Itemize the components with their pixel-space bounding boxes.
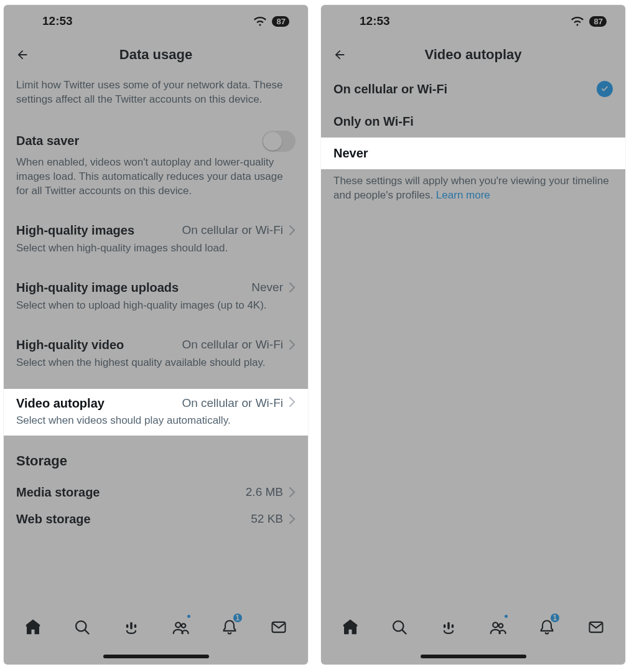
option-wifi-only[interactable]: Only on Wi-Fi	[321, 106, 625, 138]
data-saver-desc: When enabled, videos won't autoplay and …	[16, 156, 296, 198]
tab-communities[interactable]	[484, 614, 511, 641]
tab-home[interactable]	[337, 614, 364, 641]
chevron-right-icon	[289, 340, 296, 350]
status-time: 12:53	[360, 14, 390, 28]
hq-images-value: On cellular or Wi-Fi	[182, 223, 283, 237]
home-indicator	[103, 655, 209, 658]
back-button[interactable]	[14, 46, 31, 63]
chevron-right-icon	[289, 225, 296, 235]
nav-header: Data usage	[4, 37, 308, 72]
hq-images-label: High-quality images	[16, 223, 134, 238]
row-hq-video[interactable]: High-quality video On cellular or Wi-Fi …	[16, 332, 296, 376]
autoplay-value: On cellular or Wi-Fi	[182, 396, 283, 410]
svg-point-5	[182, 623, 186, 628]
tab-home[interactable]	[19, 614, 47, 641]
row-hq-upload[interactable]: High-quality image uploads Never Select …	[16, 274, 296, 319]
svg-point-4	[175, 622, 180, 627]
notifications-badge: 1	[549, 612, 561, 623]
svg-rect-10	[452, 624, 454, 628]
battery-icon: 87	[272, 16, 289, 27]
hq-images-desc: Select when high-quality images should l…	[16, 241, 296, 256]
svg-rect-3	[134, 624, 137, 628]
tab-notifications[interactable]: 1	[533, 614, 561, 641]
chevron-right-icon	[289, 397, 296, 409]
svg-rect-8	[447, 622, 450, 630]
battery-level: 87	[594, 17, 603, 26]
back-button[interactable]	[331, 46, 348, 63]
svg-rect-2	[126, 624, 129, 628]
tab-communities[interactable]	[167, 614, 194, 641]
checkmark-icon	[597, 81, 613, 97]
tab-notifications[interactable]: 1	[216, 614, 243, 641]
hq-upload-value: Never	[251, 281, 283, 294]
footnote-text: These settings will apply when you're vi…	[321, 169, 625, 203]
status-bar: 12:53 87	[4, 5, 308, 37]
hq-video-label: High-quality video	[16, 338, 124, 352]
chevron-right-icon	[289, 514, 296, 524]
option-cellular-wifi[interactable]: On cellular or Wi-Fi	[321, 72, 625, 106]
intro-text: Limit how Twitter uses some of your netw…	[16, 78, 296, 107]
svg-rect-1	[130, 622, 133, 630]
tab-spaces[interactable]	[118, 614, 145, 641]
svg-point-11	[493, 622, 498, 627]
option-label: Never	[333, 146, 368, 161]
page-title: Video autoplay	[424, 47, 521, 63]
option-label: On cellular or Wi-Fi	[333, 82, 447, 96]
phone-right: 12:53 87 Video autoplay On cellular or	[321, 5, 625, 665]
chevron-right-icon	[289, 487, 296, 497]
web-storage-label: Web storage	[16, 512, 91, 526]
status-bar: 12:53 87	[321, 5, 625, 37]
hq-upload-label: High-quality image uploads	[16, 281, 179, 295]
row-hq-images[interactable]: High-quality images On cellular or Wi-Fi…	[16, 217, 296, 262]
phone-left: 12:53 87 Data usage Limit how Twitter	[4, 5, 308, 665]
web-storage-value: 52 KB	[251, 512, 283, 526]
tab-search[interactable]	[386, 614, 413, 641]
status-time: 12:53	[42, 14, 73, 28]
hq-video-desc: Select when the highest quality availabl…	[16, 356, 296, 370]
wifi-icon	[571, 16, 584, 26]
communities-dot-icon	[186, 614, 192, 619]
svg-point-12	[499, 623, 503, 628]
row-video-autoplay[interactable]: Video autoplay On cellular or Wi-Fi Sele…	[4, 389, 308, 436]
hq-video-value: On cellular or Wi-Fi	[182, 338, 283, 352]
wifi-icon	[253, 16, 267, 26]
row-web-storage[interactable]: Web storage 52 KB	[16, 506, 296, 533]
nav-header: Video autoplay	[321, 37, 625, 72]
tab-messages[interactable]	[582, 614, 610, 641]
battery-icon: 87	[589, 16, 607, 27]
communities-dot-icon	[503, 614, 509, 619]
notifications-badge: 1	[232, 612, 243, 623]
media-storage-label: Media storage	[16, 485, 100, 500]
autoplay-desc: Select when videos should play automatic…	[16, 414, 296, 427]
chevron-right-icon	[289, 282, 296, 292]
tab-messages[interactable]	[265, 614, 292, 641]
storage-header: Storage	[16, 453, 296, 469]
tab-spaces[interactable]	[435, 614, 462, 641]
option-label: Only on Wi-Fi	[333, 114, 414, 129]
home-indicator	[421, 655, 526, 658]
page-title: Data usage	[119, 47, 192, 63]
battery-level: 87	[277, 17, 286, 26]
data-saver-label: Data saver	[16, 134, 79, 148]
media-storage-value: 2.6 MB	[246, 485, 283, 499]
svg-rect-9	[444, 624, 446, 628]
hq-upload-desc: Select when to upload high-quality image…	[16, 299, 296, 313]
row-media-storage[interactable]: Media storage 2.6 MB	[16, 479, 296, 506]
learn-more-link[interactable]: Learn more	[436, 189, 490, 201]
autoplay-label: Video autoplay	[16, 396, 105, 411]
tab-search[interactable]	[68, 614, 96, 641]
option-never[interactable]: Never	[321, 138, 625, 169]
row-data-saver[interactable]: Data saver When enabled, videos won't au…	[16, 124, 296, 205]
data-saver-toggle[interactable]	[262, 131, 296, 152]
